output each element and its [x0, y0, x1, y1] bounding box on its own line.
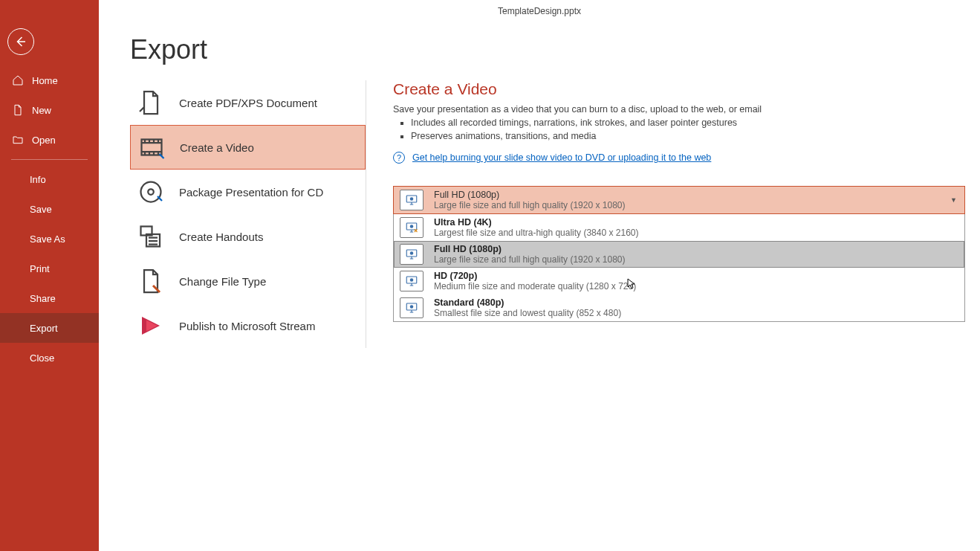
svg-point-6	[410, 197, 414, 201]
sidebar-item-info[interactable]: Info	[0, 164, 99, 194]
chevron-down-icon: ▼	[950, 196, 957, 204]
filetype-icon	[137, 268, 164, 294]
option-desc: Large file size and full high quality (1…	[434, 254, 626, 265]
panel-bullets: Includes all recorded timings, narration…	[411, 117, 965, 141]
sidebar-item-save[interactable]: Save	[0, 194, 99, 224]
panel-heading: Create a Video	[393, 80, 965, 98]
option-create-video[interactable]: Create a Video	[130, 125, 366, 170]
option-label: Package Presentation for CD	[179, 186, 323, 199]
sidebar-item-saveas[interactable]: Save As	[0, 224, 99, 254]
page-title: Export	[130, 34, 980, 65]
svg-point-8	[410, 225, 414, 228]
quality-option-fullhd[interactable]: Full HD (1080p) Large file size and full…	[394, 241, 964, 268]
titlebar: TemplateDesign.pptx	[99, 0, 980, 22]
quality-option-ultrahd[interactable]: Ultra HD (4K) Largest file size and ultr…	[394, 214, 964, 241]
sidebar-item-home[interactable]: Home	[0, 65, 99, 95]
option-title: Ultra HD (4K)	[434, 217, 639, 228]
dropdown-selected-title: Full HD (1080p)	[434, 190, 626, 200]
quality-dropdown-button[interactable]: Full HD (1080p) Large file size and full…	[393, 186, 965, 214]
monitor-icon	[400, 271, 424, 291]
option-desc: Largest file size and ultra-high quality…	[434, 228, 639, 238]
handouts-icon	[137, 223, 164, 250]
stream-icon	[137, 312, 164, 339]
option-desc: Smallest file size and lowest quality (8…	[434, 308, 621, 318]
pdf-icon	[137, 89, 164, 116]
sidebar-item-open[interactable]: Open	[0, 125, 99, 155]
option-label: Create Handouts	[179, 231, 263, 243]
monitor-icon	[400, 190, 424, 210]
sidebar-item-share[interactable]: Share	[0, 283, 99, 313]
help-icon: ?	[393, 152, 405, 164]
option-desc: Medium file size and moderate quality (1…	[434, 281, 636, 291]
option-label: Create a Video	[180, 141, 254, 154]
option-label: Create PDF/XPS Document	[179, 97, 317, 109]
sidebar-label: Save	[30, 204, 52, 215]
sidebar-item-close[interactable]: Close	[0, 343, 99, 373]
help-link[interactable]: Get help burning your slide show video t…	[412, 152, 711, 163]
dropdown-selected-desc: Large file size and full high quality (1…	[434, 200, 626, 210]
quality-option-standard[interactable]: Standard (480p) Smallest file size and l…	[394, 294, 964, 321]
monitor-icon	[400, 217, 424, 238]
sidebar-label: Info	[30, 174, 46, 185]
monitor-icon	[400, 297, 424, 318]
main-area: TemplateDesign.pptx Export Create PDF/XP…	[99, 0, 980, 551]
svg-point-2	[148, 189, 154, 195]
quality-option-hd[interactable]: HD (720p) Medium file size and moderate …	[394, 268, 964, 294]
document-title: TemplateDesign.pptx	[498, 6, 581, 16]
option-change-filetype[interactable]: Change File Type	[130, 259, 366, 303]
video-icon	[138, 134, 165, 161]
quality-dropdown: Full HD (1080p) Large file size and full…	[393, 186, 965, 322]
bullet-item: Includes all recorded timings, narration…	[411, 117, 965, 128]
sidebar-label: New	[32, 105, 51, 116]
option-label: Publish to Microsoft Stream	[179, 320, 315, 332]
sidebar-label: Close	[30, 352, 54, 364]
svg-point-1	[141, 182, 161, 202]
option-label: Change File Type	[179, 275, 266, 288]
svg-point-14	[410, 305, 414, 309]
sidebar-label: Share	[30, 293, 56, 304]
sidebar-item-new[interactable]: New	[0, 95, 99, 125]
back-button[interactable]	[7, 28, 34, 55]
cd-icon	[137, 178, 164, 205]
option-publish-stream[interactable]: Publish to Microsoft Stream	[130, 303, 366, 348]
new-icon	[11, 104, 25, 116]
quality-dropdown-list: Ultra HD (4K) Largest file size and ultr…	[393, 214, 965, 322]
help-link-row: ? Get help burning your slide show video…	[393, 152, 965, 164]
sidebar-label: Print	[30, 263, 50, 274]
bullet-item: Preserves animations, transitions, and m…	[411, 131, 965, 141]
export-detail-panel: Create a Video Save your presentation as…	[366, 80, 980, 348]
sidebar-label: Home	[32, 75, 58, 86]
option-title: HD (720p)	[434, 271, 636, 281]
sidebar-item-export[interactable]: Export	[0, 313, 99, 343]
open-icon	[11, 134, 25, 146]
backstage-sidebar: Home New Open Info Save Save As Print Sh…	[0, 0, 99, 551]
option-title: Standard (480p)	[434, 297, 621, 308]
panel-description: Save your presentation as a video that y…	[393, 104, 965, 115]
option-create-pdf[interactable]: Create PDF/XPS Document	[130, 80, 366, 125]
svg-point-10	[410, 251, 414, 255]
export-options-list: Create PDF/XPS Document Create a Video P…	[130, 80, 366, 348]
svg-point-12	[410, 278, 414, 282]
option-create-handouts[interactable]: Create Handouts	[130, 214, 366, 259]
sidebar-label: Open	[32, 135, 56, 146]
sidebar-label: Export	[30, 323, 58, 334]
option-title: Full HD (1080p)	[434, 244, 626, 254]
sidebar-item-print[interactable]: Print	[0, 254, 99, 283]
sidebar-separator	[11, 159, 88, 160]
option-package-cd[interactable]: Package Presentation for CD	[130, 170, 366, 214]
home-icon	[11, 74, 25, 86]
sidebar-label: Save As	[30, 233, 65, 245]
monitor-icon	[400, 244, 424, 265]
